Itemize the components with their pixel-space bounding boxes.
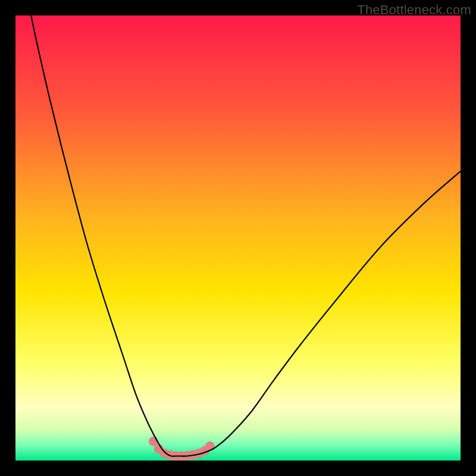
watermark-text: TheBottleneck.com [357,2,471,18]
chart-frame [15,15,461,461]
gradient-background [15,15,461,461]
highlight-dot [205,441,215,451]
chart-svg [15,15,461,461]
